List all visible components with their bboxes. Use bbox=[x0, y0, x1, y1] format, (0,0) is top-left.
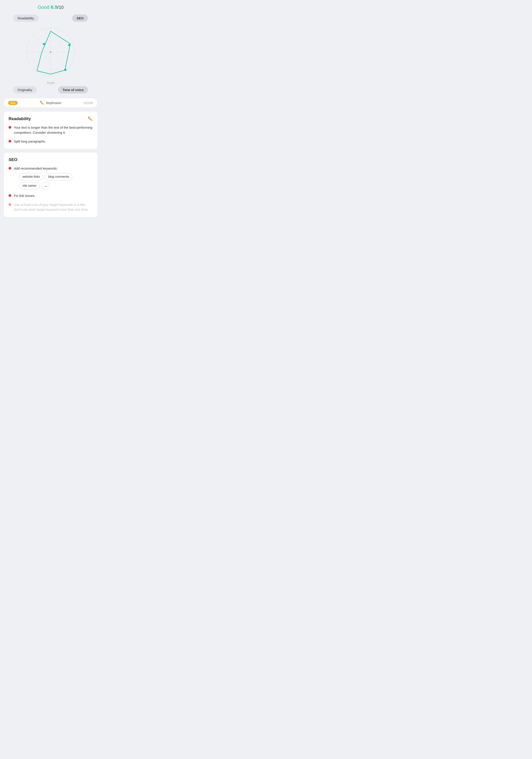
radar-label-readability[interactable]: Readability bbox=[13, 15, 38, 22]
readability-card: Readability ✏️ Your text is longer than … bbox=[4, 111, 98, 149]
radar-label-tone[interactable]: Tone of voice bbox=[58, 86, 88, 94]
score-label: Good bbox=[38, 4, 50, 10]
rephraser-bar[interactable]: beta ✏️ Rephraser 0/2000 bbox=[4, 98, 98, 108]
rephraser-icon: ✏️ bbox=[40, 101, 44, 105]
readability-list: Your text is longer than the text of the… bbox=[9, 125, 93, 144]
bullet-dot bbox=[9, 194, 11, 197]
keyword-tag[interactable]: website links bbox=[19, 173, 43, 180]
list-item: Your text is longer than the text of the… bbox=[9, 125, 93, 135]
seo-card-title: SEO bbox=[9, 157, 93, 162]
radar-labels-bottom: Originality Tone of voice bbox=[13, 86, 88, 94]
radar-section: Readability SEO Target Originality bbox=[4, 15, 98, 94]
svg-point-8 bbox=[43, 43, 45, 45]
readability-item-2: Split long paragraphs. bbox=[14, 139, 46, 144]
score-header: Good 6.9/10 bbox=[4, 4, 98, 10]
rephraser-center: ✏️ Rephraser bbox=[40, 101, 61, 105]
keyword-tags: website links blog comments site owner .… bbox=[19, 173, 93, 189]
seo-title: SEO bbox=[9, 157, 18, 162]
score-denom: /10 bbox=[58, 5, 63, 10]
bullet-dot bbox=[9, 140, 11, 142]
list-item: Split long paragraphs. bbox=[9, 139, 93, 144]
bullet-dot bbox=[9, 167, 11, 170]
rephraser-label: Rephraser bbox=[46, 101, 61, 105]
svg-point-11 bbox=[50, 51, 52, 53]
svg-point-9 bbox=[68, 44, 70, 46]
readability-item-1: Your text is longer than the text of the… bbox=[14, 125, 93, 135]
svg-point-10 bbox=[64, 69, 66, 71]
target-label: Target bbox=[47, 81, 55, 84]
radar-chart bbox=[22, 23, 79, 81]
radar-label-seo[interactable]: SEO bbox=[72, 15, 88, 22]
keyword-tag[interactable]: blog comments bbox=[45, 173, 72, 180]
list-item: Fix link issues. bbox=[9, 193, 93, 198]
rephraser-count: 0/2000 bbox=[84, 101, 93, 105]
seo-card: SEO Add recommended keywords: website li… bbox=[4, 152, 98, 217]
seo-item-2: Fix link issues. bbox=[14, 193, 35, 198]
radar-labels-top: Readability SEO bbox=[13, 15, 88, 22]
readability-title: Readability bbox=[9, 116, 31, 121]
seo-item-1: Add recommended keywords: bbox=[14, 167, 58, 170]
keyword-tag[interactable]: site owner bbox=[19, 182, 40, 189]
seo-item-3: Use at least one of your target keywords… bbox=[14, 202, 93, 212]
seo-list: Add recommended keywords: website links … bbox=[9, 166, 93, 212]
beta-badge: beta bbox=[8, 101, 18, 105]
bullet-dot-faded bbox=[9, 203, 11, 206]
keyword-more-tag[interactable]: ... bbox=[42, 182, 50, 189]
edit-icon[interactable]: ✏️ bbox=[88, 116, 93, 121]
radar-label-originality[interactable]: Originality bbox=[13, 86, 37, 94]
score-value: 6.9 bbox=[51, 4, 58, 10]
bullet-dot bbox=[9, 126, 11, 129]
list-item: Add recommended keywords: website links … bbox=[9, 166, 93, 190]
list-item: Use at least one of your target keywords… bbox=[9, 202, 93, 212]
readability-card-title: Readability ✏️ bbox=[9, 116, 93, 121]
